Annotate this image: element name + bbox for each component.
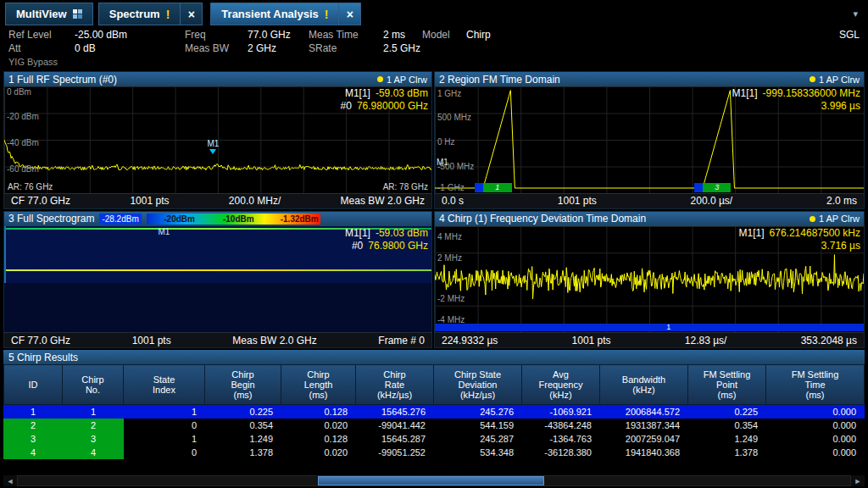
horizontal-scrollbar[interactable]: ◄ ► xyxy=(3,475,865,486)
srate-label: SRate xyxy=(309,42,383,54)
analysis-region-left-label: AR: 76 GHz xyxy=(8,182,53,191)
freq-value[interactable]: 77.0 GHz xyxy=(248,29,309,41)
panel4-marker-readout: M1[1]676.214687500 kHz 3.716 µs xyxy=(739,227,860,252)
meas-bw-footer-value: Meas BW 2.0 GHz xyxy=(341,195,425,207)
start-time-value: 0.0 s xyxy=(442,195,464,207)
panel1-title: 1 Full RF Spectrum (#0) xyxy=(8,74,117,86)
m1-marker-flag[interactable]: M1 xyxy=(207,140,219,154)
cf-value: CF 77.0 GHz xyxy=(11,195,70,207)
scrollbar-thumb[interactable] xyxy=(318,476,544,485)
panel1-trace-legend: 1 AP Clrw xyxy=(377,75,427,85)
trace-dot-icon xyxy=(810,76,815,82)
srate-value[interactable]: 2.5 GHz xyxy=(383,42,420,54)
panel2-marker-readout: M1[1]-999.158336000 MHz 3.996 µs xyxy=(732,87,860,113)
trace-dot-icon xyxy=(810,216,815,222)
meas-time-label: Meas Time xyxy=(309,29,383,41)
tab-overflow-button[interactable]: ▾ xyxy=(848,8,863,19)
marker-name: M1[1] xyxy=(345,87,370,99)
marker-name: M1[1] xyxy=(345,227,370,239)
y-tick: -2 MHz xyxy=(437,294,465,303)
panel1-marker-readout: M1[1]-59.03 dBm #076.980000 GHz xyxy=(341,87,428,113)
ref-level-value[interactable]: -25.00 dBm xyxy=(75,29,185,41)
spectrogram-plot[interactable]: M1 M1[1]-59.03 dBm #076.9800 GHz xyxy=(4,226,431,333)
y-tick: 0 Hz xyxy=(437,137,455,147)
panel3-title: 3 Full Spectrogram xyxy=(8,213,94,225)
chirp-detect-segment xyxy=(694,183,703,192)
panel-region-fm-time-domain: 2 Region FM Time Domain 1 AP Clrw 1 GHz … xyxy=(434,71,865,209)
model-label: Model xyxy=(422,29,466,41)
panel1-trace-label: 1 AP Clrw xyxy=(387,75,427,85)
m1-marker-label: M1 xyxy=(207,139,219,148)
panel2-trace-legend: 1 AP Clrw xyxy=(810,75,860,85)
m1-marker-flag[interactable]: M1 xyxy=(437,158,448,167)
frame-number-value: Frame # 0 xyxy=(378,335,425,347)
panel-full-spectrogram: 3 Full Spectrogram -28.2dBm -20dBm -10dB… xyxy=(3,211,432,349)
tab-transient-analysis-close-button[interactable]: × xyxy=(338,3,361,25)
panel3-marker-readout: M1[1]-59.03 dBm #076.9800 GHz xyxy=(345,227,428,252)
panel2-header[interactable]: 2 Region FM Time Domain 1 AP Clrw xyxy=(435,72,864,86)
stop-time-value: 353.2048 µs xyxy=(801,335,857,347)
stop-time-value: 2.0 ms xyxy=(826,195,857,207)
m1-marker-label: M1 xyxy=(437,158,448,167)
scroll-left-icon[interactable]: ◄ xyxy=(3,477,17,485)
model-value[interactable]: Chirp xyxy=(466,29,491,41)
marker-name: #0 xyxy=(341,100,352,112)
scale-label: -10dBm xyxy=(223,214,254,225)
settings-row-3: YIG Bypass xyxy=(8,55,860,69)
m1-marker-label: M1 xyxy=(158,227,170,236)
panel2-footer: 0.0 s 1001 pts 200.0 µs/ 2.0 ms xyxy=(435,193,864,208)
y-tick: 1 GHz xyxy=(437,89,461,98)
y-tick: 0 dBm xyxy=(7,87,31,97)
spectrogram-signal-line xyxy=(4,269,431,271)
m1-marker-flag[interactable]: M1 xyxy=(158,228,170,236)
spectrogram-color-scale[interactable]: -20dBm -10dBm -1.32dBm xyxy=(147,214,320,225)
tab-bar: MultiView Spectrum ! × Transient Analysi… xyxy=(5,3,863,25)
panel4-header[interactable]: 4 Chirp (1) Frequency Deviation Time Dom… xyxy=(435,212,864,226)
tab-spectrum[interactable]: Spectrum ! xyxy=(98,3,181,25)
settings-row-1: Ref Level -25.00 dBm Freq 77.0 GHz Meas … xyxy=(8,28,860,42)
panel-grid: 1 Full RF Spectrum (#0) 1 AP Clrw 0 dBm … xyxy=(3,71,865,348)
frequency-deviation-plot[interactable]: 4 MHz 2 MHz -2 MHz -4 MHz M1[1]676.21468… xyxy=(435,226,864,333)
scrollbar-track[interactable] xyxy=(17,475,851,486)
cf-value: CF 77.0 GHz xyxy=(11,335,70,347)
panel3-footer: CF 77.0 GHz 1001 pts Meas BW 2.0 GHz Fra… xyxy=(4,332,431,347)
chirp-detect-segment xyxy=(475,183,483,192)
panel1-header[interactable]: 1 Full RF Spectrum (#0) 1 AP Clrw xyxy=(4,72,431,86)
tab-transient-analysis[interactable]: Transient Analysis ! xyxy=(210,3,339,25)
panel2-trace-label: 1 AP Clrw xyxy=(819,75,860,85)
tab-multiview[interactable]: MultiView xyxy=(5,3,93,25)
scale-label: -1.32dBm xyxy=(281,214,319,225)
close-icon: × xyxy=(347,8,353,21)
col-header-state-index: State Index xyxy=(124,364,205,405)
warning-icon: ! xyxy=(166,8,170,21)
marker-name: #0 xyxy=(352,240,363,252)
marker-value: -59.03 dBm xyxy=(376,227,428,239)
y-tick: -20 dBm xyxy=(7,112,39,121)
scroll-right-icon[interactable]: ► xyxy=(851,477,865,485)
tab-spectrum-close-button[interactable]: × xyxy=(180,3,203,25)
chirp-results-header[interactable]: 5 Chirp Results xyxy=(3,350,865,364)
panel3-header[interactable]: 3 Full Spectrogram -28.2dBm -20dBm -10dB… xyxy=(4,212,431,226)
col-header-fm-settling-time: FM Settling Time (ms) xyxy=(766,364,865,405)
y-tick: -60 dBm xyxy=(7,164,39,174)
tab-spectrum-label: Spectrum xyxy=(109,8,160,20)
marker-name: M1[1] xyxy=(732,87,758,99)
y-tick: 500 MHz xyxy=(437,113,471,122)
chirp-results-table: ID Chirp No. State Index Chirp Begin (ms… xyxy=(3,364,865,459)
meas-bw-value[interactable]: 2 GHz xyxy=(248,42,309,54)
y-tick: -1 GHz xyxy=(437,183,465,192)
col-header-chirp-rate: Chirp Rate (kHz/µs) xyxy=(356,364,434,405)
rf-spectrum-plot[interactable]: 0 dBm -20 dBm -40 dBm -60 dBm M1[1]-59.0… xyxy=(4,86,431,193)
yig-bypass-label: YIG Bypass xyxy=(8,57,58,67)
time-per-div-value: 12.83 µs/ xyxy=(685,335,727,347)
meas-bw-label: Meas BW xyxy=(185,42,248,54)
analysis-region-right-label: AR: 78 GHz xyxy=(383,182,428,191)
chirp-region-3-segment: 3 xyxy=(703,183,731,192)
scale-label: -20dBm xyxy=(164,214,195,225)
region-number: 1 xyxy=(666,323,670,331)
att-value[interactable]: 0 dB xyxy=(75,42,185,54)
settings-row-2: Att 0 dB Meas BW 2 GHz SRate 2.5 GHz xyxy=(8,42,860,55)
meas-time-value[interactable]: 2 ms xyxy=(383,29,422,41)
chirp-region-1-segment: 1 xyxy=(483,183,511,192)
fm-time-domain-plot[interactable]: 1 GHz 500 MHz 0 Hz -500 MHz -1 GHz M1[1]… xyxy=(435,86,864,193)
